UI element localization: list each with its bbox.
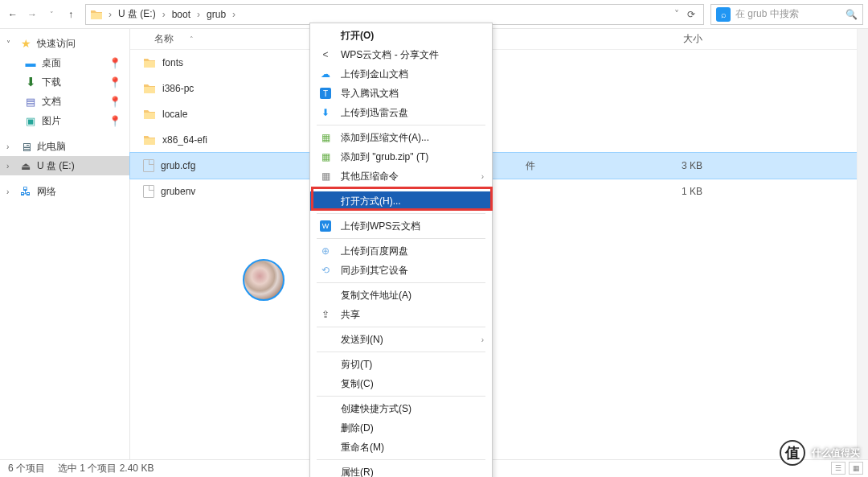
context-menu-item[interactable]: 创建快捷方式(S): [310, 399, 492, 418]
chevron-right-icon: ›: [481, 172, 484, 181]
search-input[interactable]: ⌕ 在 grub 中搜索 🔍: [710, 4, 863, 25]
file-row[interactable]: x86_64-efi: [130, 127, 868, 153]
context-menu-item[interactable]: 打开(O): [310, 26, 492, 45]
context-menu-label: 复制(C): [341, 377, 374, 391]
tencent-icon: T: [318, 88, 333, 99]
sidebar-item-documents[interactable]: ▤ 文档 📍: [0, 92, 129, 111]
pin-icon: 📍: [108, 115, 121, 127]
context-menu-item[interactable]: ⟲同步到其它设备: [310, 261, 492, 280]
network-icon: 🖧: [19, 185, 32, 198]
sidebar-item-usb[interactable]: › ⏏ U 盘 (E:): [0, 156, 129, 175]
context-menu-item[interactable]: 复制文件地址(A): [310, 286, 492, 305]
context-menu-item[interactable]: 剪切(T): [310, 355, 492, 374]
context-menu-item[interactable]: ▦其他压缩命令›: [310, 167, 492, 186]
context-menu-item[interactable]: ⬇上传到迅雷云盘: [310, 103, 492, 122]
pin-icon: 📍: [108, 96, 121, 108]
sidebar-item-label: 文档: [42, 95, 61, 109]
context-menu-item[interactable]: 删除(D): [310, 418, 492, 438]
context-menu-item[interactable]: 复制(C): [310, 374, 492, 393]
sidebar-item-quick-access[interactable]: ˅ ★ 快速访问: [0, 34, 129, 53]
baidu-icon: ⊕: [318, 245, 333, 257]
context-menu-label: 其他压缩命令: [341, 170, 399, 183]
folder-icon: [143, 56, 156, 69]
file-name: grub.cfg: [161, 160, 195, 171]
file-name: grubenv: [161, 186, 195, 197]
expander-icon[interactable]: ˅: [6, 39, 14, 48]
context-menu-label: 上传到迅雷云盘: [341, 106, 408, 120]
chevron-right-icon: ›: [107, 9, 113, 20]
context-menu-label: 打开(O): [341, 29, 374, 43]
watermark-badge: 值: [780, 440, 805, 466]
context-menu-item[interactable]: 属性(R): [310, 463, 492, 477]
sidebar-item-pictures[interactable]: ▣ 图片 📍: [0, 111, 129, 130]
sidebar-item-this-pc[interactable]: › 🖥 此电脑: [0, 137, 129, 156]
folder-icon: [89, 7, 104, 22]
context-menu-item[interactable]: 发送到(N)›: [310, 330, 492, 349]
file-icon: [143, 185, 154, 198]
file-row[interactable]: i386-pc: [130, 76, 868, 101]
expander-icon[interactable]: ›: [6, 187, 14, 196]
usb-icon: ⏏: [19, 159, 32, 172]
address-dropdown[interactable]: ˅: [671, 9, 682, 20]
sidebar-item-label: 下载: [42, 76, 61, 89]
chevron-right-icon: ›: [161, 9, 167, 20]
folder-icon: [143, 82, 156, 95]
forward-button[interactable]: →: [24, 6, 40, 23]
pin-icon: 📍: [108, 57, 121, 69]
context-menu-label: 上传到金山文档: [341, 68, 408, 81]
context-menu-item[interactable]: ▦添加到 "grub.zip" (T): [310, 147, 492, 167]
context-menu-label: 导入腾讯文档: [341, 87, 399, 101]
file-row[interactable]: grubenv1 KB: [130, 179, 868, 204]
context-menu-label: 同步到其它设备: [341, 264, 408, 278]
context-menu-label: 剪切(T): [341, 358, 372, 372]
status-count: 6 个项目: [8, 462, 45, 475]
pictures-icon: ▣: [24, 114, 37, 127]
sync-icon: ⟲: [318, 265, 333, 276]
file-size: 3 KB: [540, 160, 717, 171]
column-header-row: 名称˄ 大小: [130, 29, 868, 50]
file-row[interactable]: grub.cfg件3 KB: [130, 153, 868, 179]
expander-icon[interactable]: ›: [6, 142, 14, 151]
context-menu-item[interactable]: ⇪共享: [310, 305, 492, 324]
scrollbar[interactable]: [857, 29, 868, 459]
context-menu-label: 创建快捷方式(S): [341, 402, 411, 416]
sidebar-item-downloads[interactable]: ⬇ 下载 📍: [0, 72, 129, 92]
context-menu-item[interactable]: 打开方式(H)...: [310, 191, 492, 211]
context-menu-item[interactable]: ☁上传到金山文档: [310, 64, 492, 84]
chevron-right-icon: ›: [481, 335, 484, 344]
documents-icon: ▤: [24, 95, 37, 108]
file-icon: [143, 159, 154, 172]
share-icon: <: [318, 49, 333, 60]
watermark: 值 什么值得买: [780, 440, 860, 466]
context-menu-item[interactable]: ▦添加到压缩文件(A)...: [310, 128, 492, 147]
file-row[interactable]: fonts: [130, 50, 868, 76]
context-menu-item[interactable]: 重命名(M): [310, 438, 492, 457]
wps-icon: W: [318, 220, 333, 232]
column-header-size[interactable]: 大小: [540, 32, 717, 46]
breadcrumb[interactable]: boot: [167, 5, 195, 24]
context-menu-label: 打开方式(H)...: [341, 195, 401, 208]
chevron-right-icon: ›: [195, 9, 202, 20]
context-menu-label: 属性(R): [341, 466, 374, 478]
folder-icon: [143, 134, 156, 146]
sidebar-item-desktop[interactable]: ▬ 桌面 📍: [0, 53, 129, 72]
sidebar-item-label: 图片: [42, 114, 61, 128]
sidebar-item-network[interactable]: › 🖧 网络: [0, 182, 129, 201]
breadcrumb[interactable]: U 盘 (E:): [113, 5, 161, 24]
recent-dropdown[interactable]: ˅: [43, 6, 59, 23]
breadcrumb[interactable]: grub: [202, 5, 231, 24]
expander-icon[interactable]: ›: [6, 162, 14, 171]
context-menu-item[interactable]: <WPS云文档 - 分享文件: [310, 45, 492, 64]
context-menu-item[interactable]: W上传到WPS云文档: [310, 216, 492, 236]
sidebar-item-label: U 盘 (E:): [37, 159, 75, 173]
desktop-icon: ▬: [24, 56, 37, 69]
refresh-button[interactable]: ⟳: [682, 9, 700, 20]
up-button[interactable]: ↑: [63, 6, 79, 23]
download-icon: ⬇: [24, 76, 37, 88]
back-button[interactable]: ←: [5, 6, 21, 23]
file-name: fonts: [162, 57, 183, 68]
context-menu-item[interactable]: ⊕上传到百度网盘: [310, 241, 492, 261]
address-bar[interactable]: › U 盘 (E:) › boot › grub › ˅ ⟳: [85, 4, 704, 25]
file-row[interactable]: locale: [130, 101, 868, 127]
context-menu-item[interactable]: T导入腾讯文档: [310, 84, 492, 103]
